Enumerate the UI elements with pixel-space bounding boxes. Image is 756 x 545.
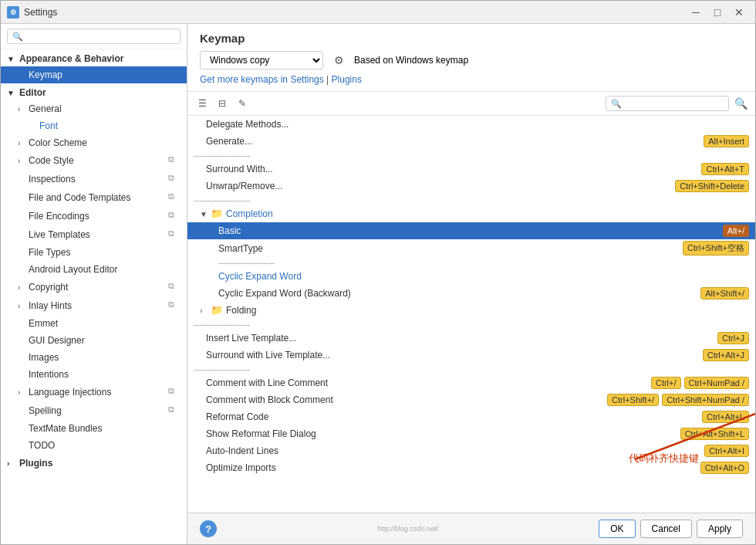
keymap-row-reformat-code[interactable]: Reformat Code Ctrl+Alt+L: [187, 408, 755, 425]
plugins-link[interactable]: Plugins: [332, 74, 362, 85]
sidebar-item-label: Spelling: [29, 405, 168, 416]
shortcut-badge: Alt+/: [723, 225, 749, 237]
separator-row: --------------------: [187, 195, 755, 205]
sidebar-item-appearance-behavior[interactable]: ▼ Appearance & Behavior: [1, 49, 187, 66]
search-shortcut-button[interactable]: 🔍: [732, 95, 749, 112]
row-label: Unwrap/Remove...: [206, 181, 675, 191]
title-bar: ⚙ Settings ─ □ ✕: [1, 1, 755, 24]
keymap-row-cyclic-expand-backward[interactable]: Cyclic Expand Word (Backward) Alt+Shift+…: [187, 285, 755, 302]
keymap-row-show-reformat-dialog[interactable]: Show Reformat File Dialog Ctrl+Alt+Shift…: [187, 425, 755, 442]
sidebar-item-file-encodings[interactable]: File Encodings ⧉: [1, 207, 187, 225]
close-button[interactable]: ✕: [729, 5, 749, 20]
keymap-list-container: Delegate Methods... Generate... Alt+Inse…: [187, 116, 755, 513]
links-row: Get more keymaps in Settings | Plugins: [200, 74, 743, 85]
sidebar-item-label: Plugins: [19, 458, 52, 469]
sidebar-item-code-style[interactable]: › Code Style ⧉: [1, 151, 187, 170]
collapse-all-button[interactable]: ⊟: [214, 95, 231, 112]
sidebar-item-label: Editor: [19, 87, 46, 98]
keymap-row-comment-line[interactable]: Comment with Line Comment Ctrl+/ Ctrl+Nu…: [187, 374, 755, 391]
sidebar-item-color-scheme[interactable]: › Color Scheme: [1, 134, 187, 151]
sidebar-item-emmet[interactable]: Emmet: [1, 315, 187, 332]
row-label: Reformat Code: [206, 411, 702, 422]
get-more-keymaps-link[interactable]: Get more keymaps in Settings: [200, 74, 324, 85]
sidebar-item-editor[interactable]: ▼ Editor: [1, 83, 187, 100]
keymap-row-optimize-imports[interactable]: Optimize Imports Ctrl+Alt+O: [187, 459, 755, 476]
sidebar-item-font[interactable]: Font: [1, 117, 187, 134]
apply-button[interactable]: Apply: [697, 520, 743, 538]
shortcuts: Ctrl+/ Ctrl+NumPad /: [651, 377, 749, 389]
expand-all-button[interactable]: ☰: [194, 95, 211, 112]
sidebar-item-live-templates[interactable]: Live Templates ⧉: [1, 225, 187, 244]
sidebar-item-images[interactable]: Images: [1, 349, 187, 366]
gear-button[interactable]: ⚙: [329, 51, 348, 69]
keymap-row-auto-indent[interactable]: Auto-Indent Lines Ctrl+Alt+I: [187, 442, 755, 459]
sidebar-item-label: TextMate Bundles: [29, 423, 181, 434]
expand-arrow-icon: ›: [18, 388, 29, 397]
row-label: Delegate Methods...: [206, 119, 749, 130]
sidebar-item-gui-designer[interactable]: GUI Designer: [1, 332, 187, 349]
cancel-button[interactable]: Cancel: [640, 520, 692, 538]
keymap-row-surround-with[interactable]: Surround With... Ctrl+Alt+T: [187, 161, 755, 178]
shortcut-badge: Ctrl+Alt+Shift+L: [680, 428, 749, 440]
shortcut-badge: Ctrl+Alt+L: [702, 411, 749, 423]
expand-arrow-icon: ›: [18, 157, 29, 165]
keymap-row-unwrap-remove[interactable]: Unwrap/Remove... Ctrl+Shift+Delete: [187, 178, 755, 195]
maximize-button[interactable]: □: [707, 5, 727, 20]
sidebar-item-todo[interactable]: TODO: [1, 437, 187, 454]
row-label: Auto-Indent Lines: [206, 445, 704, 456]
keymap-row-smarttype[interactable]: SmartType Ctrl+Shift+空格: [187, 239, 755, 257]
keymap-row-insert-live-template[interactable]: Insert Live Template... Ctrl+J: [187, 330, 755, 347]
shortcut-badge: Ctrl+NumPad /: [684, 377, 749, 389]
shortcut-badge: Alt+Shift+/: [700, 287, 749, 300]
keymap-row-surround-live-template[interactable]: Surround with Live Template... Ctrl+Alt+…: [187, 347, 755, 364]
edit-shortcut-button[interactable]: ✎: [234, 95, 251, 112]
sidebar-item-label: Keymap: [29, 69, 181, 80]
keymap-row-completion[interactable]: ▼ 📁 Completion: [187, 205, 755, 222]
shortcuts: Ctrl+Alt+O: [700, 462, 749, 474]
sidebar-item-label: Copyright: [29, 282, 168, 293]
sidebar-item-spelling[interactable]: Spelling ⧉: [1, 401, 187, 420]
keymap-toolbar: ☰ ⊟ ✎ 🔍: [187, 92, 755, 116]
row-label: Cyclic Expand Word (Backward): [218, 288, 700, 299]
sidebar-item-file-code-templates[interactable]: File and Code Templates ⧉: [1, 188, 187, 207]
shortcut-badge: Ctrl+Shift+Delete: [675, 180, 749, 192]
minimize-button[interactable]: ─: [686, 5, 706, 20]
shortcuts: Alt+Shift+/: [700, 287, 749, 300]
sidebar-item-plugins[interactable]: › Plugins: [1, 454, 187, 471]
shortcut-badge: Ctrl+Alt+T: [701, 163, 749, 175]
row-label: Folding: [226, 305, 749, 316]
shortcuts: Ctrl+J: [717, 332, 749, 344]
sidebar-item-android-layout-editor[interactable]: Android Layout Editor: [1, 261, 187, 278]
sidebar-item-textmate-bundles[interactable]: TextMate Bundles: [1, 420, 187, 437]
separator-row: --------------------: [187, 364, 755, 374]
keymap-row-delegate-methods[interactable]: Delegate Methods...: [187, 116, 755, 133]
keymap-row-folding[interactable]: › 📁 Folding: [187, 302, 755, 319]
ok-button[interactable]: OK: [599, 520, 635, 538]
help-button[interactable]: ?: [200, 520, 217, 537]
sidebar-item-intentions[interactable]: Intentions: [1, 366, 187, 383]
keymap-row-generate[interactable]: Generate... Alt+Insert: [187, 133, 755, 150]
sidebar-item-general[interactable]: › General: [1, 100, 187, 117]
sidebar-item-inspections[interactable]: Inspections ⧉: [1, 170, 187, 188]
sidebar-item-label: Color Scheme: [29, 137, 181, 148]
shortcut-badge: Ctrl+/: [651, 377, 681, 389]
sidebar-item-file-types[interactable]: File Types: [1, 244, 187, 261]
copy-icon: ⧉: [168, 300, 181, 312]
keymap-row-comment-block[interactable]: Comment with Block Comment Ctrl+Shift+/ …: [187, 391, 755, 408]
keymap-search-input[interactable]: [606, 96, 729, 111]
keymap-row-basic[interactable]: Basic Alt+/: [187, 222, 755, 239]
sidebar-item-label: File Types: [29, 247, 181, 258]
sidebar-search-input[interactable]: [7, 29, 181, 44]
sidebar-item-copyright[interactable]: › Copyright ⧉: [1, 278, 187, 296]
keymap-row-cyclic-expand[interactable]: Cyclic Expand Word: [187, 268, 755, 285]
keymap-select[interactable]: Windows copy: [200, 51, 323, 69]
shortcut-badge: Ctrl+Alt+O: [700, 462, 749, 474]
sidebar-item-label: TODO: [29, 440, 181, 451]
sidebar-item-label: Images: [29, 352, 181, 363]
sidebar-search-box[interactable]: [1, 24, 187, 49]
sidebar-item-inlay-hints[interactable]: › Inlay Hints ⧉: [1, 296, 187, 315]
sidebar-item-keymap[interactable]: Keymap: [1, 66, 187, 83]
expand-arrow-icon: ›: [18, 139, 29, 147]
sidebar-item-language-injections[interactable]: › Language Injections ⧉: [1, 383, 187, 401]
row-label: Basic: [218, 225, 723, 236]
